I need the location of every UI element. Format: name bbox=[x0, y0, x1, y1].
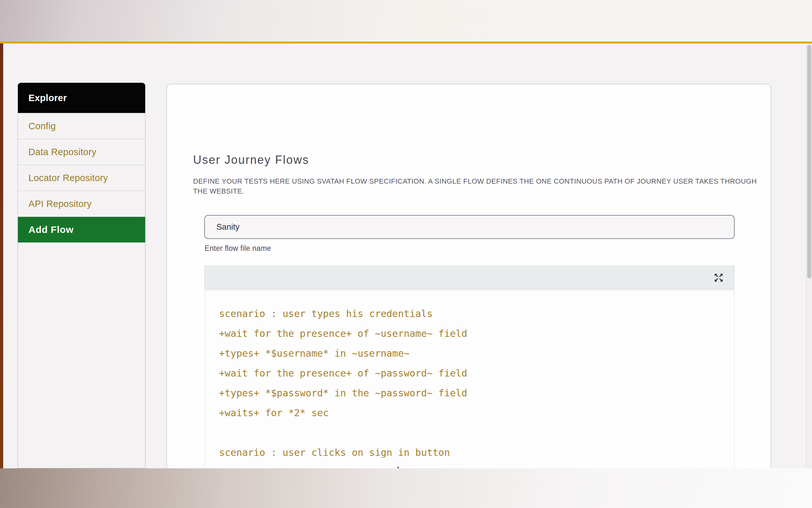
vertical-scrollbar-thumb[interactable] bbox=[807, 45, 811, 278]
page-area: Explorer Config Data Repository Locator … bbox=[0, 43, 812, 468]
sidebar-item-config[interactable]: Config bbox=[18, 113, 145, 139]
flow-code-area[interactable]: scenario : user types his credentials +w… bbox=[204, 291, 735, 498]
sidebar: Explorer Config Data Repository Locator … bbox=[17, 83, 145, 468]
page-description-line-2: THE WEBSITE. bbox=[193, 186, 757, 196]
code-line: +waits+ for *2* sec bbox=[219, 403, 728, 423]
flow-name-input[interactable] bbox=[204, 215, 735, 239]
sidebar-item-data-repository[interactable]: Data Repository bbox=[18, 139, 145, 165]
app-stage: Explorer Config Data Repository Locator … bbox=[0, 0, 812, 508]
flow-name-helper-text: Enter flow file name bbox=[205, 244, 271, 253]
left-edge-stripe bbox=[0, 43, 3, 468]
sidebar-item-label: Config bbox=[29, 121, 56, 131]
gold-divider-line bbox=[0, 42, 812, 43]
top-letterbox-gradient bbox=[0, 0, 812, 42]
code-line: +types+ *$password* in the ~password~ fi… bbox=[219, 383, 728, 403]
sidebar-item-label: Data Repository bbox=[29, 147, 96, 157]
page-description-line-1: DEFINE YOUR TESTS HERE USING SVATAH FLOW… bbox=[193, 176, 757, 186]
expand-arrows-icon bbox=[714, 279, 724, 284]
vertical-scrollbar-track[interactable] bbox=[806, 43, 812, 468]
bottom-letterbox-gradient bbox=[0, 468, 812, 508]
sidebar-item-locator-repository[interactable]: Locator Repository bbox=[18, 165, 145, 190]
sidebar-item-label: Add Flow bbox=[29, 224, 74, 235]
sidebar-item-api-repository[interactable]: API Repository bbox=[18, 190, 145, 217]
sidebar-item-label: Explorer bbox=[29, 93, 67, 103]
sidebar-item-label: Locator Repository bbox=[29, 173, 108, 183]
sidebar-item-label: API Repository bbox=[29, 199, 92, 209]
flow-editor: scenario : user types his credentials +w… bbox=[204, 265, 735, 498]
sidebar-item-explorer[interactable]: Explorer bbox=[18, 83, 145, 113]
sidebar-item-add-flow[interactable]: Add Flow bbox=[18, 217, 145, 243]
code-line: +wait for the presence+ of ~username~ fi… bbox=[219, 324, 728, 344]
code-line-blank bbox=[219, 423, 728, 443]
code-line: +wait for the presence+ of ~password~ fi… bbox=[219, 364, 728, 383]
page-title: User Journey Flows bbox=[193, 153, 309, 167]
code-line: scenario : user clicks on sign in button bbox=[219, 443, 728, 463]
fullscreen-expand-button[interactable] bbox=[714, 272, 724, 283]
page-description: DEFINE YOUR TESTS HERE USING SVATAH FLOW… bbox=[193, 176, 757, 196]
code-line: scenario : user types his credentials bbox=[219, 304, 728, 324]
user-journey-flows-card: User Journey Flows DEFINE YOUR TESTS HER… bbox=[166, 84, 771, 471]
code-line: +types+ *$username* in ~username~ bbox=[219, 344, 728, 364]
editor-toolbar bbox=[204, 265, 735, 289]
